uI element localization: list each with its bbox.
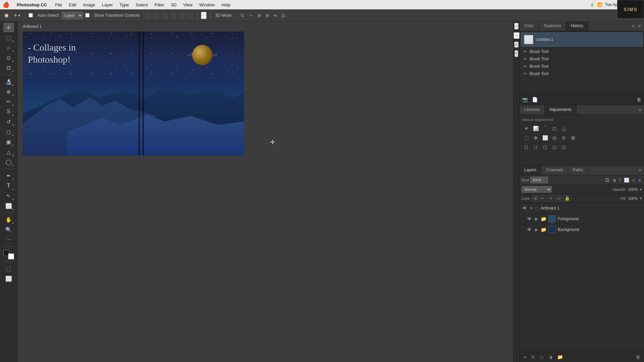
- adj-colorbalance[interactable]: ⊕: [532, 134, 540, 142]
- canvas-area[interactable]: Artboard 1 - Collages in Photoshop!: [17, 21, 513, 362]
- align-center-h[interactable]: ⬛: [153, 12, 160, 19]
- filter-pixel[interactable]: 🖼: [604, 177, 610, 183]
- tab-color[interactable]: Color: [520, 21, 539, 31]
- link-layers-btn[interactable]: ∞: [522, 353, 528, 361]
- more-tools-btn[interactable]: ···: [3, 235, 14, 244]
- brush-tool[interactable]: ✏: [3, 97, 14, 106]
- add-adjustment-btn[interactable]: ◑: [547, 353, 554, 361]
- history-brush-tool[interactable]: ↺: [3, 117, 14, 126]
- menu-window[interactable]: Window: [196, 2, 218, 8]
- menu-file[interactable]: File: [52, 2, 65, 8]
- tab-adjustments[interactable]: Adjustments: [545, 105, 577, 115]
- align-left[interactable]: ⬛: [144, 12, 152, 19]
- align-right[interactable]: ⬛: [161, 12, 169, 19]
- adj-bw[interactable]: ⬜: [541, 134, 549, 142]
- panel-text-btn[interactable]: A: [514, 42, 519, 48]
- gradient-tool[interactable]: ▣: [3, 137, 14, 146]
- delete-state-btn[interactable]: 🗑: [635, 96, 643, 104]
- add-mask-btn[interactable]: ◻: [538, 353, 545, 361]
- screen-mode-btn[interactable]: ⬜: [3, 274, 14, 283]
- filter-toggle[interactable]: ●: [637, 177, 642, 183]
- lock-pixels-btn[interactable]: ⊞: [532, 195, 539, 201]
- add-fx-btn[interactable]: fx: [530, 353, 537, 361]
- layer-expand-foreground[interactable]: ▶: [534, 217, 539, 221]
- align-top[interactable]: ⬛: [169, 12, 177, 19]
- layers-panel-menu-btn[interactable]: ≡: [637, 167, 643, 174]
- 3d-slide[interactable]: ⇔: [272, 12, 278, 19]
- panel-arrow-btn[interactable]: →: [514, 32, 520, 39]
- eraser-tool[interactable]: ◻: [3, 127, 14, 136]
- tab-layers[interactable]: Layers: [520, 166, 541, 175]
- layer-vis-foreground[interactable]: 👁: [526, 216, 532, 222]
- 3d-pan[interactable]: ↔: [248, 12, 254, 19]
- crop-tool[interactable]: ⊡: [3, 63, 14, 72]
- lock-all-btn[interactable]: 🔒: [563, 195, 571, 201]
- add-group-btn[interactable]: 📁: [555, 353, 565, 361]
- menu-help[interactable]: Help: [218, 2, 234, 8]
- history-item-3[interactable]: ✏ Brush Tool: [521, 63, 643, 70]
- lock-artboard-btn[interactable]: ⊡: [555, 195, 562, 201]
- tab-history[interactable]: History: [566, 21, 588, 31]
- adj-panel-menu-btn[interactable]: ≡: [637, 107, 643, 113]
- lock-position-btn[interactable]: ✛: [548, 195, 554, 201]
- hand-tool[interactable]: ✋: [3, 215, 14, 224]
- adj-posterize[interactable]: ◻: [532, 143, 540, 151]
- color-swatches[interactable]: [3, 250, 14, 259]
- blend-mode-dropdown[interactable]: Normal Multiply Screen Overlay: [522, 186, 552, 193]
- show-transform-checkbox[interactable]: [85, 13, 90, 17]
- history-item-2[interactable]: ✏ Brush Tool: [521, 55, 643, 63]
- panel-close-btn[interactable]: ✕: [636, 23, 643, 29]
- delete-layer-btn[interactable]: 🗑: [634, 353, 642, 361]
- layer-item-background[interactable]: 👁 ▶ 📁 Background: [520, 224, 644, 235]
- zoom-tool[interactable]: 🔍: [3, 225, 14, 234]
- clone-tool[interactable]: S: [3, 107, 14, 116]
- menu-3d[interactable]: 3D: [168, 2, 180, 8]
- adj-colorlookup[interactable]: ⊞: [569, 134, 577, 142]
- new-doc-from-state-btn[interactable]: 📄: [531, 96, 539, 104]
- tab-libraries[interactable]: Libraries: [520, 105, 545, 115]
- blur-tool[interactable]: △: [3, 147, 14, 157]
- dodge-tool[interactable]: ◯: [3, 157, 14, 167]
- eyedropper-tool[interactable]: 🔬: [3, 77, 14, 86]
- marquee-tool[interactable]: ⬚: [3, 33, 14, 42]
- layer-expand-artboard1[interactable]: ▾: [530, 206, 533, 210]
- menu-filter[interactable]: Filter: [151, 2, 168, 8]
- layer-item-foreground[interactable]: 👁 ▶ 📁 Foreground: [520, 214, 644, 224]
- more-options-button[interactable]: ···: [201, 12, 207, 19]
- adj-hsl[interactable]: ⬚: [522, 134, 530, 142]
- adj-threshold[interactable]: ◻: [541, 143, 549, 151]
- adj-invert[interactable]: ◻: [522, 143, 530, 151]
- adj-brightness[interactable]: ☀: [522, 124, 530, 132]
- filter-smart[interactable]: ⊙: [631, 177, 637, 183]
- opacity-arrow[interactable]: ▾: [640, 187, 642, 192]
- layer-vis-background[interactable]: 👁: [526, 227, 532, 232]
- heal-tool[interactable]: ⊕: [3, 87, 14, 96]
- menu-type[interactable]: Type: [116, 2, 132, 8]
- artboard[interactable]: - Collages in Photoshop!: [23, 32, 244, 156]
- 3d-orbit[interactable]: ⊛: [264, 12, 270, 19]
- adj-photofilter[interactable]: ◎: [550, 134, 558, 142]
- panel-options-btn[interactable]: ≡: [514, 23, 518, 29]
- tab-swatches[interactable]: Swatches: [539, 21, 566, 31]
- text-tool[interactable]: T: [3, 181, 14, 190]
- align-bottom[interactable]: ⬛: [186, 12, 194, 19]
- menu-edit[interactable]: Edit: [65, 2, 79, 8]
- history-item-1[interactable]: ✏ Brush Tool: [521, 48, 643, 55]
- filter-shape[interactable]: ⬜: [623, 177, 630, 183]
- history-item-4[interactable]: ✏ Brush Tool: [521, 70, 643, 77]
- adj-levels[interactable]: 📊: [532, 124, 540, 132]
- layer-expand-background[interactable]: ▶: [534, 227, 539, 232]
- panel-menu-btn[interactable]: ≡: [631, 23, 636, 29]
- align-center-v[interactable]: ⬛: [178, 12, 185, 19]
- lasso-tool[interactable]: ⌕: [3, 43, 14, 52]
- menu-image[interactable]: Image: [80, 2, 99, 8]
- move-tool-options[interactable]: ✛ ▾: [12, 12, 21, 18]
- auto-select-dropdown[interactable]: Layer Group: [62, 12, 83, 19]
- adj-curves[interactable]: ⌒: [541, 124, 549, 132]
- history-snapshot[interactable]: Untitled-1: [521, 33, 643, 47]
- filter-adjust[interactable]: ◑: [611, 177, 617, 183]
- move-tool[interactable]: ✛: [3, 23, 14, 32]
- adj-selectivecolor[interactable]: ◻: [550, 143, 558, 151]
- opacity-value[interactable]: 100%: [628, 187, 638, 191]
- tab-paths[interactable]: Paths: [568, 166, 588, 175]
